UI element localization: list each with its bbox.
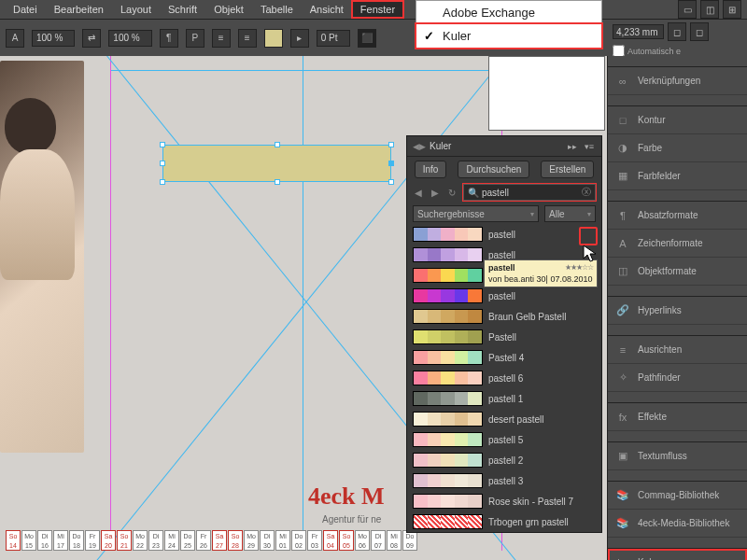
- corner-icon[interactable]: ◻: [668, 22, 686, 41]
- dropdown-kuler[interactable]: Kuler: [416, 24, 601, 48]
- calendar-day: So21: [117, 530, 132, 551]
- kuler-theme-row[interactable]: Rose skin - Pastell 7: [407, 491, 601, 511]
- panel-verkn-pfungen[interactable]: ∞Verknüpfungen: [608, 67, 747, 95]
- kuler-theme-row[interactable]: Trbogen grn pastell: [407, 511, 601, 532]
- kuler-theme-row[interactable]: Pastell 4: [407, 347, 601, 368]
- menu-ansicht[interactable]: Ansicht: [303, 2, 351, 17]
- align-center-icon[interactable]: ≡: [238, 29, 257, 48]
- fill-swatch[interactable]: [264, 29, 283, 48]
- menu-datei[interactable]: Datei: [6, 2, 45, 17]
- kuler-theme-row[interactable]: pastell: [407, 224, 601, 245]
- filter-all[interactable]: Alle: [544, 205, 596, 222]
- panel-pathfinder[interactable]: ✧Pathfinder: [608, 364, 747, 392]
- measure-input[interactable]: [613, 24, 664, 39]
- ausrichten-icon: ≡: [615, 343, 630, 357]
- kuler-theme-row[interactable]: pastell 1: [407, 388, 601, 409]
- kuler-theme-row[interactable]: Braun Gelb Pastell: [407, 306, 601, 327]
- nav-fwd-icon[interactable]: ▶: [430, 187, 441, 198]
- theme-name: pastell: [488, 230, 596, 240]
- kontur-icon: □: [615, 113, 630, 128]
- kuler-panel-header[interactable]: ◀▶ Kuler ▸▸ ▾≡: [407, 136, 601, 157]
- panel-absatzformate[interactable]: ¶Absatzformate: [608, 202, 747, 230]
- tab-erstellen[interactable]: Erstellen: [541, 161, 594, 178]
- panel-kuler[interactable]: kuKuler: [608, 549, 747, 560]
- swatch-group: [413, 473, 483, 488]
- arrange-icon[interactable]: ⊞: [723, 0, 741, 19]
- panel-label: Absatzformate: [638, 210, 698, 220]
- expand-icon[interactable]: ◀▶: [413, 142, 426, 151]
- fx-icon[interactable]: ⬛: [358, 29, 376, 48]
- stroke-weight[interactable]: 0 Pt: [317, 30, 350, 47]
- menu-fenster[interactable]: Fenster: [353, 2, 402, 17]
- panel-farbfelder[interactable]: ▦Farbfelder: [608, 162, 747, 190]
- calendar-day: Do18: [69, 530, 84, 551]
- panel-label: Pathfinder: [638, 372, 681, 383]
- zoom-select-2[interactable]: 100 %: [108, 30, 151, 47]
- paragraph-icon[interactable]: ¶: [160, 29, 178, 48]
- calendar-day: Di16: [37, 530, 52, 551]
- screen-mode-icon[interactable]: ◫: [700, 0, 719, 19]
- panel-farbe[interactable]: ◑Farbe: [608, 134, 747, 162]
- panel-effekte[interactable]: fxEffekte: [608, 403, 747, 431]
- char-style-icon[interactable]: P: [186, 29, 204, 48]
- filter-results[interactable]: Suchergebnisse: [413, 205, 539, 222]
- nav-refresh-icon[interactable]: ↻: [446, 187, 458, 198]
- panel-ausrichten[interactable]: ≡Ausrichten: [608, 336, 747, 364]
- search-icon: 🔍: [468, 188, 479, 198]
- panel-kontur[interactable]: □Kontur: [608, 106, 747, 134]
- swatch-group: [413, 309, 483, 324]
- selected-rectangle[interactable]: [162, 145, 391, 182]
- kuler-theme-row[interactable]: Pastell: [407, 327, 601, 347]
- swatch-group: [413, 350, 483, 365]
- menu-layout[interactable]: Layout: [113, 2, 159, 17]
- theme-tooltip: pastell ★★★☆☆ von bea.anti 30| 07.08.201…: [484, 259, 598, 287]
- pages-thumbnail[interactable]: [488, 56, 605, 131]
- tracking-icon[interactable]: ⇄: [82, 29, 101, 48]
- theme-name: Braun Gelb Pastell: [488, 312, 596, 322]
- menu-objekt[interactable]: Objekt: [206, 2, 251, 17]
- kuler-search-input[interactable]: 🔍 pastell ⓧ: [463, 184, 596, 201]
- panel-label: Hyperlinks: [638, 305, 682, 315]
- dropdown-adobe-exchange[interactable]: Adobe Exchange: [416, 1, 601, 24]
- swatch-group: [413, 268, 483, 283]
- placed-image[interactable]: [0, 61, 84, 453]
- panel-objektformate[interactable]: ◫Objektformate: [608, 258, 747, 286]
- panel-hyperlinks[interactable]: 🔗Hyperlinks: [608, 297, 747, 325]
- menu-tabelle[interactable]: Tabelle: [253, 2, 301, 17]
- tab-info[interactable]: Info: [415, 161, 447, 178]
- menu-bearbeiten[interactable]: Bearbeiten: [47, 2, 111, 17]
- kuler-theme-row[interactable]: pastell 3: [407, 470, 601, 491]
- kuler-icon: ku: [615, 555, 630, 561]
- panel-menu-icon[interactable]: ▾≡: [583, 140, 596, 153]
- swatch-group: [413, 371, 483, 385]
- zeichenformate-icon: A: [615, 236, 630, 251]
- corner2-icon[interactable]: ◻: [690, 22, 709, 41]
- kuler-theme-row[interactable]: pastell 6: [407, 368, 601, 388]
- kuler-theme-row[interactable]: pastell 5: [407, 429, 601, 450]
- panel-textumfluss[interactable]: ▣Textumfluss: [608, 442, 747, 470]
- panel-label: Farbfelder: [638, 171, 681, 181]
- panel-commag-bibliothek[interactable]: 📚Commag-Bibliothek: [608, 482, 747, 510]
- tab-durchsuchen[interactable]: Durchsuchen: [458, 161, 529, 178]
- kuler-filters: Suchergebnisse Alle: [407, 203, 601, 224]
- theme-name: Pastell 4: [488, 353, 596, 363]
- zoom-select-1[interactable]: 100 %: [32, 30, 75, 47]
- panel--eck-media-bibliothek[interactable]: 📚4eck-Media-Bibliothek: [608, 510, 747, 538]
- clear-search-icon[interactable]: ⓧ: [582, 186, 591, 199]
- calendar-day: Mi24: [164, 530, 179, 551]
- panel-dock: ∞Verknüpfungen□Kontur◑Farbe▦Farbfelder¶A…: [607, 56, 747, 560]
- menu-schrift[interactable]: Schrift: [161, 2, 204, 17]
- opts-icon[interactable]: ▸: [290, 29, 309, 48]
- kuler-theme-row[interactable]: pastell 2: [407, 450, 601, 470]
- align-left-icon[interactable]: ≡: [212, 29, 231, 48]
- panel-collapse-icon[interactable]: ▸▸: [566, 140, 579, 153]
- search-text: pastell: [482, 188, 582, 198]
- panel-zeichenformate[interactable]: AZeichenformate: [608, 230, 747, 258]
- kuler-theme-row[interactable]: pastell: [407, 286, 601, 306]
- kuler-theme-row[interactable]: desert pastell: [407, 409, 601, 429]
- char-panel-icon[interactable]: A: [6, 29, 24, 48]
- panel-label: 4eck-Media-Bibliothek: [638, 518, 729, 528]
- nav-back-icon[interactable]: ◀: [413, 187, 424, 198]
- view-mode-icon[interactable]: ▭: [678, 0, 697, 19]
- calendar-day: Mo15: [21, 530, 36, 551]
